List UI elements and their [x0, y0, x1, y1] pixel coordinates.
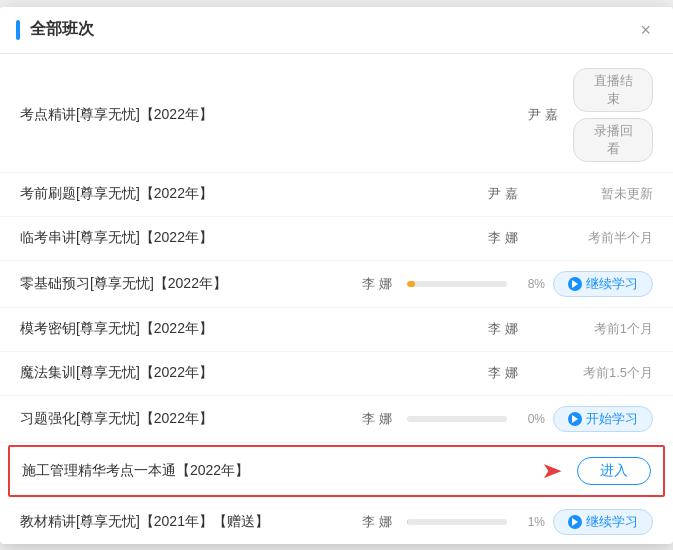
status-text: 暂未更新 — [533, 185, 653, 203]
list-row: 考点精讲[尊享无忧]【2022年】 尹 嘉 直播结束 录播回看 — [0, 58, 673, 173]
status-text: 考前1个月 — [533, 320, 653, 338]
teacher-name: 李 娜 — [473, 320, 533, 338]
btn-group: 直播结束 录播回看 — [573, 68, 653, 162]
progress-bar — [407, 416, 507, 422]
modal-container: 全部班次 × 考点精讲[尊享无忧]【2022年】 尹 嘉 直播结束 录播回看 考… — [0, 7, 673, 544]
continue-button[interactable]: 继续学习 — [553, 509, 653, 535]
continue-button[interactable]: 继续学习 — [553, 271, 653, 297]
list-row: 习题强化[尊享无忧]【2022年】 李 娜 0% 开始学习 — [0, 396, 673, 443]
progress-fill — [407, 281, 415, 287]
teacher-name: 李 娜 — [347, 410, 407, 428]
live-end-button[interactable]: 直播结束 — [573, 68, 653, 112]
course-title: 习题强化[尊享无忧]【2022年】 — [20, 410, 347, 428]
course-title: 考点精讲[尊享无忧]【2022年】 — [20, 106, 513, 124]
course-title: 施工管理精华考点一本通【2022年】 — [22, 462, 543, 480]
status-text: 考前半个月 — [533, 229, 653, 247]
progress-bar — [407, 281, 507, 287]
teacher-name: 李 娜 — [347, 275, 407, 293]
course-title: 临考串讲[尊享无忧]【2022年】 — [20, 229, 473, 247]
course-title: 教材精讲[尊享无忧]【2021年】【赠送】 — [20, 513, 347, 531]
list-row: 零基础预习[尊享无忧]【2022年】 李 娜 8% 继续学习 — [0, 261, 673, 308]
arrow-icon: ➤ — [541, 458, 563, 484]
course-title: 考前刷题[尊享无忧]【2022年】 — [20, 185, 473, 203]
list-row: 考前刷题[尊享无忧]【2022年】 尹 嘉 暂未更新 — [0, 173, 673, 217]
modal-header: 全部班次 × — [0, 7, 673, 54]
play-icon — [568, 412, 582, 426]
list-row: 魔法集训[尊享无忧]【2022年】 李 娜 考前1.5个月 — [0, 352, 673, 396]
course-title: 零基础预习[尊享无忧]【2022年】 — [20, 275, 347, 293]
list-row: 教材精讲[尊享无忧]【2021年】【赠送】 李 娜 1% 继续学习 — [0, 499, 673, 544]
play-icon — [568, 277, 582, 291]
list-row: 模考密钥[尊享无忧]【2022年】 李 娜 考前1个月 — [0, 308, 673, 352]
course-title: 魔法集训[尊享无忧]【2022年】 — [20, 364, 473, 382]
list-row: 临考串讲[尊享无忧]【2022年】 李 娜 考前半个月 — [0, 217, 673, 261]
replay-button[interactable]: 录播回看 — [573, 118, 653, 162]
close-button[interactable]: × — [634, 19, 657, 41]
list-row: 施工管理精华考点一本通【2022年】 ➤ 进入 — [8, 445, 665, 497]
teacher-name: 李 娜 — [473, 364, 533, 382]
teacher-name: 尹 嘉 — [473, 185, 533, 203]
enter-button[interactable]: 进入 — [577, 457, 651, 485]
teacher-name: 尹 嘉 — [513, 106, 573, 124]
progress-area: 1% 继续学习 — [407, 509, 653, 535]
play-icon — [568, 515, 582, 529]
header-accent — [16, 20, 20, 40]
progress-area: 8% 继续学习 — [407, 271, 653, 297]
enter-area: ➤ 进入 — [543, 457, 651, 485]
status-text: 考前1.5个月 — [533, 364, 653, 382]
teacher-name: 李 娜 — [473, 229, 533, 247]
course-title: 模考密钥[尊享无忧]【2022年】 — [20, 320, 473, 338]
progress-bar — [407, 519, 507, 525]
progress-area: 0% 开始学习 — [407, 406, 653, 432]
percent-text: 1% — [515, 515, 545, 529]
modal-title: 全部班次 — [30, 19, 634, 40]
progress-fill — [407, 519, 408, 525]
teacher-name: 李 娜 — [347, 513, 407, 531]
percent-text: 8% — [515, 277, 545, 291]
start-button[interactable]: 开始学习 — [553, 406, 653, 432]
percent-text: 0% — [515, 412, 545, 426]
modal-body: 考点精讲[尊享无忧]【2022年】 尹 嘉 直播结束 录播回看 考前刷题[尊享无… — [0, 54, 673, 544]
